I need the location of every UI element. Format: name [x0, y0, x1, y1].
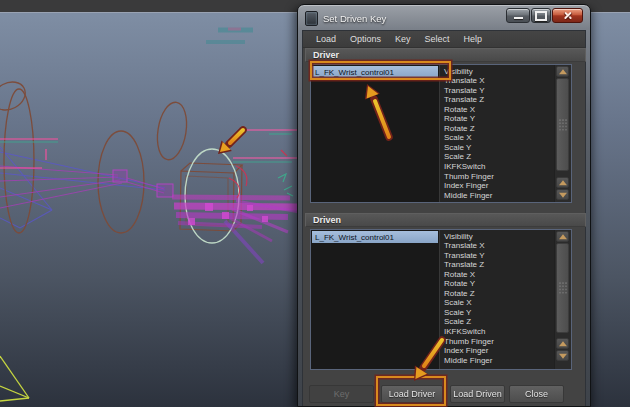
triangle-up-icon	[559, 341, 567, 346]
close-button[interactable]: Close	[509, 385, 564, 403]
maya-app-icon	[305, 11, 318, 26]
driven-attribute-list: VisibilityTranslate XTranslate YTranslat…	[440, 230, 554, 369]
driver-attribute-row[interactable]: Rotate Z	[440, 124, 554, 134]
scroll-up-button[interactable]	[556, 231, 569, 242]
close-window-button[interactable]	[552, 8, 583, 23]
menu-select[interactable]: Select	[418, 33, 457, 45]
driven-attribute-row[interactable]: Scale Y	[440, 308, 554, 318]
driven-attribute-row[interactable]: Rotate Y	[440, 279, 554, 289]
driven-section-header: Driven	[305, 213, 586, 227]
load-driver-button[interactable]: Load Driver	[381, 385, 443, 403]
driver-attribute-row[interactable]: Thumb Finger	[440, 172, 554, 182]
scrollbar-thumb[interactable]	[556, 78, 569, 171]
driven-scrollbar[interactable]	[554, 230, 571, 369]
scroll-up-button[interactable]	[556, 66, 569, 77]
scrollbar-thumb[interactable]	[556, 243, 569, 333]
driver-attribute-row[interactable]: Rotate Y	[440, 114, 554, 124]
menu-help[interactable]: Help	[457, 33, 490, 45]
driver-panel: L_FK_Wrist_control01 VisibilityTranslate…	[310, 64, 572, 203]
triangle-up-icon	[559, 180, 567, 185]
yellow-star-wireframe	[0, 356, 29, 401]
maximize-button[interactable]	[531, 8, 551, 23]
window-title: Set Driven Key	[323, 13, 386, 24]
driver-attribute-row[interactable]: Visibility	[440, 67, 554, 77]
driver-attribute-row[interactable]: Translate Z	[440, 95, 554, 105]
close-icon	[563, 11, 572, 20]
set-driven-key-window: Set Driven Key Load Options Key Select H…	[297, 4, 591, 407]
blue-skeleton-lines	[0, 147, 165, 228]
driven-attribute-row[interactable]: IKFKSwitch	[440, 327, 554, 337]
driver-object-list[interactable]: L_FK_Wrist_control01	[311, 65, 440, 202]
driven-attribute-row[interactable]: Index Finger	[440, 346, 554, 356]
scroll-up-button[interactable]	[556, 338, 569, 349]
triangle-down-icon	[559, 192, 567, 197]
driven-selected-object-row[interactable]: L_FK_Wrist_control01	[312, 231, 438, 243]
driven-attribute-row[interactable]: Thumb Finger	[440, 337, 554, 347]
teal-axis-marks	[278, 174, 293, 196]
driven-attribute-row[interactable]: Translate Z	[440, 260, 554, 270]
driven-attribute-row[interactable]: Translate X	[440, 241, 554, 251]
minimize-icon	[514, 17, 523, 19]
scroll-down-button[interactable]	[556, 189, 569, 200]
magenta-hand-skeleton	[0, 166, 302, 263]
driver-attribute-row[interactable]: Rotate X	[440, 105, 554, 115]
driver-attribute-row[interactable]: Translate X	[440, 76, 554, 86]
minimize-button[interactable]	[506, 8, 530, 23]
driven-attribute-row[interactable]: Rotate X	[440, 270, 554, 280]
dialog-client-area: Load Options Key Select Help Driver L_FK…	[302, 30, 586, 406]
scroll-up-button[interactable]	[556, 177, 569, 188]
key-button[interactable]: Key	[309, 385, 374, 403]
red-manipulator-arcs	[229, 150, 287, 198]
maximize-icon	[535, 11, 547, 21]
viewport-hud-marks	[206, 29, 253, 42]
driven-attribute-row[interactable]: Scale X	[440, 298, 554, 308]
driven-attribute-row[interactable]: Scale Z	[440, 317, 554, 327]
load-driven-button[interactable]: Load Driven	[450, 385, 505, 403]
driver-attribute-row[interactable]: IKFKSwitch	[440, 162, 554, 172]
driver-attribute-row[interactable]: Translate Y	[440, 86, 554, 96]
driven-attribute-row[interactable]: Middle Finger	[440, 356, 554, 366]
scroll-down-button[interactable]	[556, 350, 569, 361]
triangle-up-icon	[559, 69, 567, 74]
driven-attribute-row[interactable]: Visibility	[440, 232, 554, 242]
menubar: Load Options Key Select Help	[303, 31, 585, 48]
triangle-up-icon	[559, 234, 567, 239]
driver-attribute-row[interactable]: Index Finger	[440, 181, 554, 191]
menu-key[interactable]: Key	[388, 33, 418, 45]
driver-attribute-list: VisibilityTranslate XTranslate YTranslat…	[440, 65, 554, 202]
driver-section-header: Driver	[305, 48, 586, 62]
driver-attribute-row[interactable]: Scale X	[440, 133, 554, 143]
driver-scrollbar[interactable]	[554, 65, 571, 202]
menu-options[interactable]: Options	[343, 33, 388, 45]
menu-load[interactable]: Load	[309, 33, 343, 45]
driven-object-list[interactable]: L_FK_Wrist_control01	[311, 230, 440, 369]
driver-selected-object-row[interactable]: L_FK_Wrist_control01	[312, 66, 438, 78]
window-titlebar[interactable]: Set Driven Key	[305, 9, 480, 28]
driven-panel: L_FK_Wrist_control01 VisibilityTranslate…	[310, 229, 572, 370]
triangle-down-icon	[559, 353, 567, 358]
driven-attribute-row[interactable]: Translate Y	[440, 251, 554, 261]
driven-attribute-row[interactable]: Rotate Z	[440, 289, 554, 299]
driver-attribute-row[interactable]: Scale Z	[440, 152, 554, 162]
brown-control-circles	[0, 77, 190, 233]
driver-attribute-row[interactable]: Scale Y	[440, 143, 554, 153]
driver-attribute-row[interactable]: Middle Finger	[440, 191, 554, 201]
